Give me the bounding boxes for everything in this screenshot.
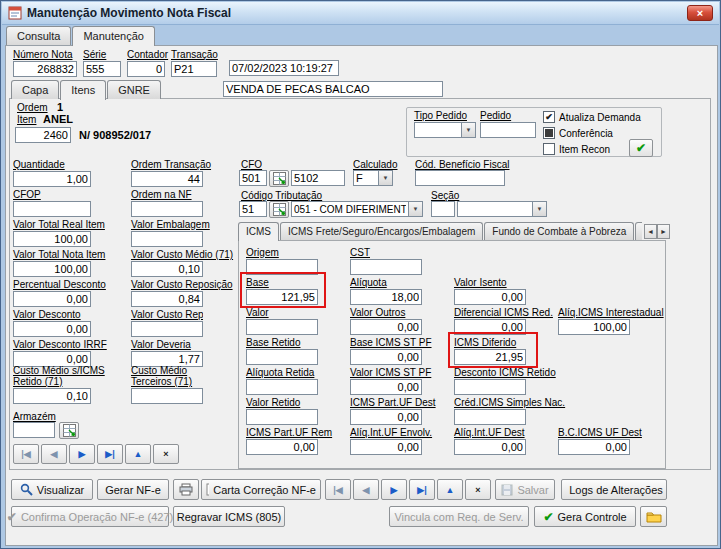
tipo-pedido-dropdown-icon[interactable]: ▼ [461, 122, 476, 138]
tipo-pedido-input[interactable] [414, 122, 461, 138]
printer-icon [179, 483, 193, 496]
custo-medio-terceiros-input[interactable] [131, 388, 203, 404]
beneficio-fiscal-input[interactable] [415, 170, 505, 186]
aliq-int-uf-dest-input[interactable] [454, 439, 526, 455]
codigo-tributacao-lookup-button[interactable] [269, 201, 289, 218]
aliq-icms-interestadual-input[interactable] [558, 319, 630, 335]
icms-part-uf-dest-input[interactable] [350, 409, 422, 425]
bc-icms-uf-dest-input[interactable] [558, 439, 630, 455]
tab-gnre[interactable]: GNRE [107, 80, 161, 99]
percentual-desconto-input[interactable] [13, 291, 91, 307]
nav-next-button[interactable]: ▶ [381, 479, 407, 500]
item-nav-cancel-button[interactable]: × [153, 444, 179, 464]
tab-itens[interactable]: Itens [60, 80, 106, 100]
valor-total-real-item-input[interactable] [13, 231, 91, 247]
close-button[interactable]: × [687, 5, 713, 21]
desconto-icms-retido-input[interactable] [454, 379, 526, 395]
tab-fundo-combate-pobreza[interactable]: Fundo de Combate à Pobreza [484, 222, 634, 240]
codigo-tributacao-dropdown-icon[interactable]: ▼ [408, 201, 423, 217]
icms-aliquota-input[interactable] [350, 289, 422, 305]
cfo2-input[interactable] [291, 170, 345, 186]
item-nav-post-button[interactable]: ▲ [125, 444, 151, 464]
transacao-input[interactable] [171, 61, 217, 77]
aliquota-retida-input[interactable] [246, 379, 318, 395]
nav-last-button[interactable]: ▶| [409, 479, 435, 500]
gerar-nfe-button[interactable]: Gerar NF-e [97, 479, 169, 500]
tab-consulta[interactable]: Consulta [6, 26, 71, 45]
valor-custo-reposicao-input[interactable] [131, 291, 203, 307]
valor-desconto-input[interactable] [13, 321, 91, 337]
calculado-input[interactable] [353, 170, 378, 186]
armazem-input[interactable] [13, 422, 55, 438]
quantidade-input[interactable] [13, 171, 91, 187]
logs-alteracoes-button[interactable]: Logs de Alterações [561, 479, 667, 500]
diferencial-icms-red-input[interactable] [454, 319, 526, 335]
codigo-tributacao-input[interactable] [239, 201, 267, 217]
custo-medio-sicms-retido-input[interactable] [13, 388, 91, 404]
tab-pis-cofins[interactable]: PIS/COFIN [635, 222, 642, 240]
contador-input[interactable] [127, 61, 165, 77]
icms-valor-input[interactable] [246, 319, 318, 335]
gera-controle-button[interactable]: ✔ Gera Controle [534, 506, 636, 527]
ordem-transacao-input[interactable] [131, 171, 203, 187]
datetime-input[interactable] [229, 60, 339, 76]
numero-nota-input[interactable] [13, 61, 77, 77]
cfo-input[interactable] [239, 170, 267, 186]
base-icms-st-pf-input[interactable] [350, 349, 422, 365]
checkbox-item-recon-label: Item Recon [559, 144, 610, 155]
field-quantidade: Quantidade [13, 159, 91, 187]
tab-scroll-left-button[interactable]: ◄ [644, 224, 657, 239]
imprimir-button[interactable] [173, 479, 199, 500]
valor-retido-input[interactable] [246, 409, 318, 425]
serie-input[interactable] [83, 61, 121, 77]
valor-outros-input[interactable] [350, 319, 422, 335]
item-codigo-input[interactable] [15, 127, 71, 143]
valor-total-nota-item-input[interactable] [13, 261, 91, 277]
nav-cancel-button[interactable]: × [465, 479, 491, 500]
calculado-dropdown-icon[interactable]: ▼ [378, 170, 393, 186]
tab-scroll-right-button[interactable]: ► [657, 224, 670, 239]
secao-dropdown-icon[interactable]: ▼ [532, 201, 547, 217]
secao-combo-input[interactable] [457, 201, 532, 217]
tab-icms-frete-seguro[interactable]: ICMS Frete/Seguro/Encargos/Embalagem [280, 222, 483, 240]
descricao-input[interactable] [223, 81, 443, 97]
checkbox-item-recon[interactable]: Item Recon [543, 143, 610, 155]
abrir-pasta-button[interactable] [640, 506, 667, 527]
icms-part-uf-rem-input[interactable] [246, 439, 318, 455]
tab-manutencao[interactable]: Manutenção [72, 26, 155, 46]
tab-capa[interactable]: Capa [11, 80, 59, 99]
icms-valor-label: Valor [246, 307, 318, 318]
nav-post-button[interactable]: ▲ [437, 479, 463, 500]
valor-custo-medio-input[interactable] [131, 261, 203, 277]
valor-icms-st-pf-input[interactable] [350, 379, 422, 395]
valor-isento-input[interactable] [454, 289, 526, 305]
tab-icms[interactable]: ICMS [238, 222, 279, 241]
valor-custo-repos-prazo-input[interactable] [131, 321, 203, 337]
checkbox-conferencia[interactable]: Conferência [543, 127, 613, 139]
checkbox-atualiza-demanda[interactable]: ✔ Atualiza Demanda [543, 111, 641, 123]
cfop-input[interactable] [13, 201, 91, 217]
valor-embalagem-input[interactable] [131, 231, 203, 247]
desconto-icms-retido-label: Desconto ICMS Retido [454, 367, 526, 378]
cred-icms-simples-nac-input[interactable] [454, 409, 526, 425]
secao-input[interactable] [431, 201, 455, 217]
cfo-lookup-button[interactable] [269, 170, 289, 187]
icms-diferido-input[interactable] [454, 349, 526, 365]
icms-base-input[interactable] [246, 289, 318, 305]
base-retido-input[interactable] [246, 349, 318, 365]
item-nav-next-button[interactable]: ▶ [69, 444, 95, 464]
regravar-icms-button[interactable]: Regravar ICMS (805) [173, 506, 285, 527]
item-label: Item [17, 114, 36, 125]
armazem-lookup-button[interactable] [59, 422, 79, 439]
cst-input[interactable] [350, 259, 422, 275]
aliq-int-uf-envolv-input[interactable] [350, 439, 422, 455]
codigo-tributacao-desc-input[interactable] [291, 201, 408, 217]
origem-input[interactable] [246, 259, 318, 275]
pedido-input[interactable] [480, 122, 536, 138]
item-recon-confirm-button[interactable]: ✔ [629, 139, 653, 157]
visualizar-button[interactable]: Visualizar [11, 479, 93, 500]
item-nav-last-button[interactable]: ▶| [97, 444, 123, 464]
ordem-na-nf-input[interactable] [131, 201, 203, 217]
checkbox-filled-icon [543, 127, 555, 139]
carta-correcao-button[interactable]: Carta Correção NF-e [201, 479, 321, 500]
